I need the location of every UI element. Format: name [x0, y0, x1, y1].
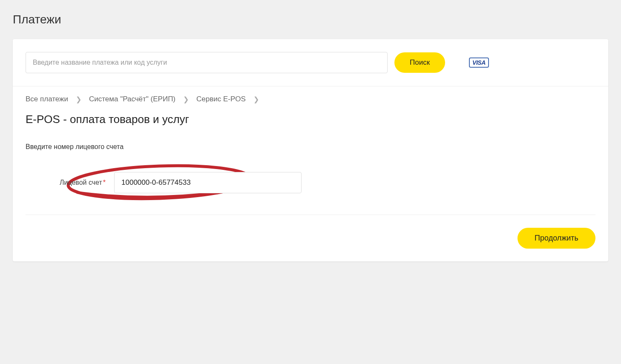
account-input[interactable]	[114, 172, 302, 193]
breadcrumb-item-epos[interactable]: Сервис E-POS	[196, 95, 246, 103]
chevron-right-icon: ❯	[183, 95, 189, 103]
account-label-text: Лицевой счет	[60, 179, 102, 186]
chevron-right-icon: ❯	[253, 95, 259, 103]
search-button[interactable]: Поиск	[394, 52, 445, 73]
instruction-text: Введите номер лицевого счета	[26, 143, 595, 151]
payment-card: Поиск VISA Все платежи ❯ Система "Расчёт…	[13, 39, 608, 261]
required-asterisk: *	[103, 179, 106, 186]
continue-button[interactable]: Продолжить	[518, 228, 595, 249]
account-field-row: Лицевой счет*	[26, 172, 595, 193]
chevron-right-icon: ❯	[76, 95, 81, 103]
breadcrumb-item-all[interactable]: Все платежи	[26, 95, 68, 103]
divider	[26, 215, 595, 215]
account-field-label: Лицевой счет*	[60, 179, 106, 186]
search-input[interactable]	[26, 52, 388, 73]
section-title: E-POS - оплата товаров и услуг	[26, 113, 595, 126]
visa-icon: VISA	[469, 57, 489, 68]
search-section: Поиск VISA	[13, 39, 608, 86]
footer-actions: Продолжить	[26, 228, 595, 249]
content-section: Все платежи ❯ Система "Расчёт" (ЕРИП) ❯ …	[13, 86, 608, 261]
breadcrumb: Все платежи ❯ Система "Расчёт" (ЕРИП) ❯ …	[26, 95, 595, 103]
breadcrumb-item-erip[interactable]: Система "Расчёт" (ЕРИП)	[89, 95, 175, 103]
page-title: Платежи	[13, 13, 608, 26]
